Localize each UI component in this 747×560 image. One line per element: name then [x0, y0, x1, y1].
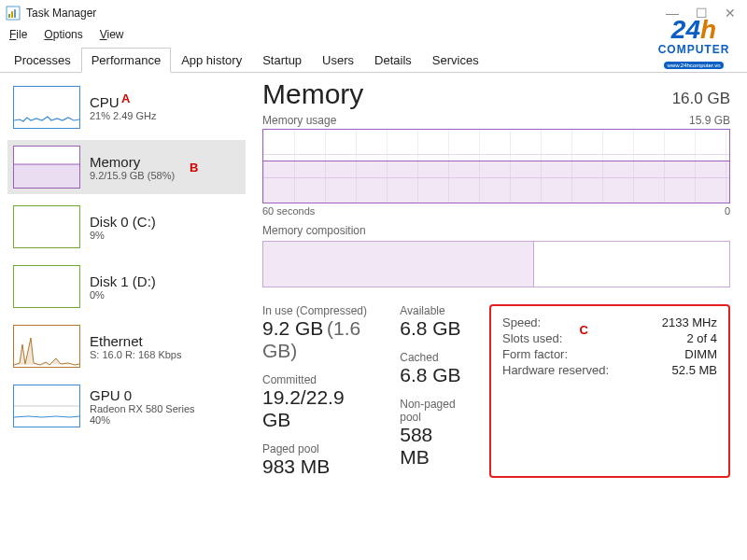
menu-options[interactable]: Options: [44, 28, 82, 41]
annotation-b: B: [190, 161, 198, 175]
cached-value: 6.8 GB: [400, 364, 465, 386]
memory-usage-graph: [262, 129, 730, 203]
inuse-value: 9.2 GB: [262, 317, 323, 339]
disk0-thumb: [13, 205, 80, 248]
form-label: Form factor:: [502, 347, 568, 361]
hardware-info-box: Speed:2133 MHz Slots used:2 of 4 Form fa…: [489, 304, 730, 478]
paged-label: Paged pool: [262, 442, 375, 455]
annotation-c: C: [580, 323, 588, 337]
cached-label: Cached: [400, 351, 465, 364]
tab-users[interactable]: Users: [312, 48, 364, 73]
cpu-thumb: [13, 86, 80, 129]
performance-sidebar: CPU21% 2.49 GHz Memory9.2/15.9 GB (58%) …: [0, 73, 246, 539]
sidebar-item-ethernet[interactable]: EthernetS: 16.0 R: 168 Kbps: [7, 319, 246, 373]
annotation-a: A: [121, 91, 130, 105]
window-title: Task Manager: [26, 7, 96, 20]
sidebar-item-disk1[interactable]: Disk 1 (D:)0%: [7, 259, 246, 314]
gpu0-title: GPU 0: [90, 387, 195, 403]
usage-label: Memory usage: [262, 114, 336, 127]
paged-value: 983 MB: [262, 455, 375, 478]
sidebar-item-cpu[interactable]: CPU21% 2.49 GHz: [7, 80, 246, 134]
tab-processes[interactable]: Processes: [4, 48, 81, 73]
hwres-value: 52.5 MB: [672, 363, 717, 377]
ethernet-sub: S: 16.0 R: 168 Kbps: [90, 349, 181, 360]
watermark-logo: 24h COMPUTER www.24hcomputer.vn: [657, 17, 730, 70]
slots-label: Slots used:: [502, 331, 562, 345]
tabstrip: Processes Performance App history Startu…: [0, 47, 747, 73]
composition-label: Memory composition: [262, 224, 366, 237]
nonpaged-value: 588 MB: [400, 424, 465, 469]
svg-rect-3: [14, 9, 16, 18]
gpu0-sub2: 40%: [90, 414, 195, 426]
svg-rect-4: [14, 164, 79, 188]
tab-performance[interactable]: Performance: [81, 48, 171, 73]
tab-services[interactable]: Services: [422, 48, 489, 73]
axis-left: 60 seconds: [262, 205, 315, 217]
usage-max: 15.9 GB: [689, 114, 730, 127]
ethernet-thumb: [13, 325, 80, 368]
tab-startup[interactable]: Startup: [252, 48, 312, 73]
slots-value: 2 of 4: [686, 331, 717, 345]
gpu0-thumb: [13, 385, 80, 427]
hwres-label: Hardware reserved:: [502, 363, 609, 377]
sidebar-item-gpu0[interactable]: GPU 0Radeon RX 580 Series40%: [7, 379, 246, 433]
memory-sub: 9.2/15.9 GB (58%): [90, 170, 175, 181]
available-label: Available: [400, 304, 465, 317]
sidebar-item-disk0[interactable]: Disk 0 (C:)9%: [7, 200, 246, 254]
ethernet-title: Ethernet: [90, 333, 181, 349]
speed-value: 2133 MHz: [662, 315, 717, 329]
disk1-sub: 0%: [90, 289, 156, 301]
tab-app-history[interactable]: App history: [171, 48, 252, 73]
cpu-sub: 21% 2.49 GHz: [90, 110, 157, 121]
memory-detail: Memory 16.0 GB Memory usage15.9 GB 60 se…: [246, 73, 747, 539]
committed-label: Committed: [262, 373, 375, 386]
menubar: File Options View: [0, 26, 747, 47]
detail-title: Memory: [262, 78, 363, 110]
sidebar-item-memory[interactable]: Memory9.2/15.9 GB (58%) B: [7, 140, 246, 194]
nonpaged-label: Non-paged pool: [400, 398, 465, 424]
memory-thumb: [13, 146, 80, 189]
disk1-title: Disk 1 (D:): [90, 273, 156, 289]
form-value: DIMM: [684, 347, 717, 361]
memory-composition-graph: [262, 241, 730, 287]
task-manager-window: Task Manager — ☐ ✕ File Options View Pro…: [0, 0, 747, 560]
committed-value: 19.2/22.9 GB: [262, 386, 375, 431]
svg-rect-2: [11, 11, 13, 18]
svg-rect-1: [8, 14, 10, 18]
disk1-thumb: [13, 265, 80, 308]
speed-label: Speed:: [502, 315, 541, 329]
titlebar: Task Manager — ☐ ✕: [0, 0, 747, 26]
menu-file[interactable]: File: [9, 28, 27, 41]
disk0-sub: 9%: [90, 230, 156, 241]
disk0-title: Disk 0 (C:): [90, 214, 156, 230]
detail-total: 16.0 GB: [672, 90, 730, 108]
menu-view[interactable]: View: [100, 28, 124, 41]
tab-details[interactable]: Details: [364, 48, 422, 73]
inuse-label: In use (Compressed): [262, 304, 375, 317]
gpu0-sub: Radeon RX 580 Series: [90, 403, 195, 414]
available-value: 6.8 GB: [400, 317, 465, 340]
app-icon: [6, 6, 21, 21]
axis-right: 0: [725, 205, 730, 217]
memory-title: Memory: [90, 154, 175, 170]
